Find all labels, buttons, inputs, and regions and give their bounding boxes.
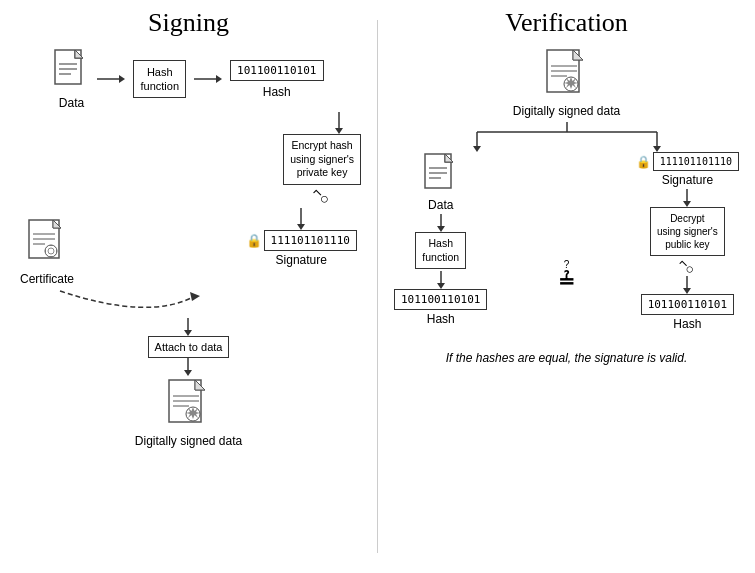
svg-marker-6: [119, 75, 125, 83]
signature-label: Signature: [276, 253, 327, 267]
verification-title: Verification: [390, 8, 743, 38]
question-mark: ?: [564, 259, 570, 270]
hash-label: Hash: [263, 85, 291, 99]
signing-section: Signing Data Hashfunction: [0, 0, 377, 573]
svg-marker-8: [216, 75, 222, 83]
ver-sig-value: 111101101110: [653, 152, 739, 171]
signed-doc-icon: [167, 378, 211, 432]
cert-icon: [27, 218, 67, 268]
down-arrow-2: [293, 208, 309, 230]
down-arrow-4: [180, 358, 196, 376]
attach-row: Attach to data: [12, 318, 365, 376]
ver-hash-right-label: Hash: [673, 317, 701, 331]
equal-row: ? ≟: [390, 271, 743, 291]
branch-arrows: [390, 122, 743, 152]
ver-signed-doc: Digitally signed data: [390, 48, 743, 118]
hash-value: 101100110101: [230, 60, 323, 81]
signature-value: 111101101110: [264, 230, 357, 251]
equal-sign: ≟: [558, 271, 575, 291]
lock-ver-icon: 🔒: [636, 155, 651, 169]
ver-main-row: Data Hashfunction 101100110101 Hash: [390, 152, 743, 331]
ver-signed-doc-icon: [545, 48, 589, 102]
hash-output: 101100110101 Hash: [230, 60, 323, 99]
ver-sig-label: Signature: [662, 173, 713, 187]
ver-data-doc-icon: [423, 152, 459, 196]
down-arrow-3: [180, 318, 196, 336]
data-label: Data: [59, 96, 84, 110]
signature-col: 🔒 111101101110 Signature: [246, 208, 357, 267]
ver-data-col: Data Hashfunction 101100110101 Hash: [394, 152, 487, 326]
final-signed-doc: Digitally signed data: [12, 378, 365, 448]
attach-box: Attach to data: [148, 336, 230, 358]
signing-title: Signing: [12, 8, 365, 38]
lock-sign-icon: 🔒: [246, 233, 262, 248]
ver-hash-right: 101100110101: [641, 294, 734, 315]
ver-sig-col: 🔒 111101101110 Signature Decryptusing si…: [636, 152, 739, 331]
footer-text: If the hashes are equal, the signature i…: [394, 351, 739, 365]
data-doc-icon: [53, 48, 89, 92]
ver-hash-left: 101100110101: [394, 289, 487, 310]
data-item: Data: [53, 48, 89, 110]
cert-sig-row: Certificate 🔒 111101101110 Signature: [12, 208, 365, 286]
ver-hash-left-label: Hash: [427, 312, 455, 326]
arrow-to-hash: [194, 71, 222, 87]
equal-symbol: ? ≟: [558, 271, 575, 291]
encrypt-box: Encrypt hashusing signer'sprivate key: [283, 134, 361, 185]
certificate-label: Certificate: [20, 272, 74, 286]
branch-svg: [417, 122, 717, 152]
hash-function-label: Hashfunction: [133, 60, 186, 99]
ver-down-arrow-1: [433, 214, 449, 232]
signed-label: Digitally signed data: [135, 434, 242, 448]
svg-marker-45: [473, 146, 481, 152]
key-icon: ⌐○: [310, 183, 335, 208]
ver-hash-function-box: Hashfunction: [415, 232, 466, 269]
encrypt-row: Encrypt hashusing signer'sprivate key ⌐○: [12, 134, 365, 204]
dashed-curve: [20, 286, 220, 316]
ver-signed-label: Digitally signed data: [513, 104, 620, 118]
certificate-item: Certificate: [20, 218, 74, 286]
ver-down-arrow-3: [679, 189, 695, 207]
hash-function-box: Hashfunction: [133, 60, 186, 99]
dashed-arrow-row: [20, 286, 357, 316]
arrow-to-hash-func: [97, 71, 125, 87]
svg-marker-24: [190, 292, 200, 301]
footer-note: If the hashes are equal, the signature i…: [390, 351, 743, 365]
decrypt-box: Decryptusing signer'spublic key: [650, 207, 725, 256]
down-arrow-1: [331, 112, 347, 134]
main-container: Signing Data Hashfunction: [0, 0, 755, 573]
svg-marker-28: [184, 370, 192, 376]
svg-marker-47: [653, 146, 661, 152]
verification-section: Verification Digitally signed data: [378, 0, 755, 573]
ver-data-label: Data: [428, 198, 453, 212]
arrow-down-from-hash: [12, 112, 365, 134]
svg-point-16: [45, 245, 57, 257]
